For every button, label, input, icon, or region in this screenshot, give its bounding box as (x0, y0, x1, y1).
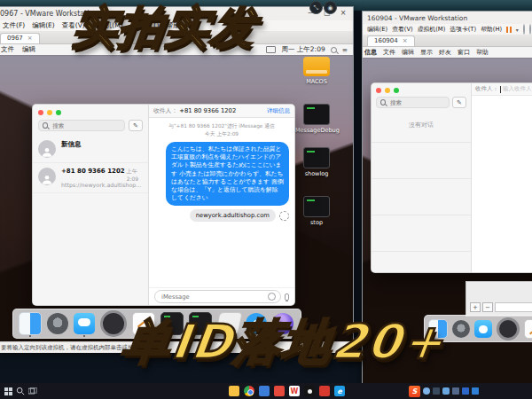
search-field[interactable] (376, 97, 450, 108)
menu-view[interactable]: 查看(V) (62, 21, 85, 30)
tray-chat-icon[interactable] (423, 387, 430, 395)
menu-edit[interactable]: 编辑(E) (32, 21, 55, 30)
notification-center-icon[interactable]: ≡ (342, 46, 348, 54)
zoom-traffic-icon[interactable] (56, 110, 61, 115)
tray-display-icon[interactable] (452, 387, 459, 395)
mac-menu-edit[interactable]: 编辑 (22, 45, 35, 54)
desktop-icon-stop[interactable]: stop (291, 196, 342, 226)
suspend-pause-icon[interactable] (506, 27, 512, 33)
menu-tabs[interactable]: 选项卡(T) (450, 25, 476, 34)
message-input[interactable] (160, 293, 264, 301)
add-button[interactable]: + (470, 302, 481, 312)
to-value[interactable]: +81 80 9366 1202 (179, 107, 236, 114)
message-input-field[interactable] (154, 290, 281, 303)
close-button[interactable]: × (336, 7, 350, 19)
mac-app-menu[interactable]: 信息 (364, 48, 377, 57)
vm-tab[interactable]: 0967 × (0, 33, 40, 43)
compose-button[interactable]: ✎ (129, 120, 143, 131)
desktop-icon-macos[interactable]: MACOS (291, 57, 342, 85)
tab-close-icon[interactable]: × (27, 35, 33, 42)
dock-terminal2-icon[interactable] (189, 312, 212, 335)
minimize-traffic-icon[interactable] (385, 88, 390, 93)
details-link[interactable]: 详细信息 (267, 107, 290, 115)
taskbar-apple-tool-icon[interactable] (304, 386, 315, 396)
menu-vm[interactable]: 虚拟机(M) (92, 21, 123, 30)
menu-help[interactable]: 帮助(H) (167, 21, 191, 30)
dock-eraser-icon[interactable] (215, 312, 243, 335)
tray-pen-icon[interactable] (433, 387, 440, 395)
menu-file[interactable]: 文件(F) (3, 21, 25, 30)
dock-preferences-icon[interactable] (100, 310, 127, 337)
revert-icon[interactable] (529, 24, 531, 35)
dock-textedit-icon[interactable] (524, 319, 532, 339)
dock-terminal-icon[interactable] (160, 312, 184, 335)
zoom-traffic-icon[interactable] (394, 88, 399, 93)
dock-launchpad-icon[interactable] (47, 313, 68, 334)
desktop-icon-showlog[interactable]: showlog (291, 147, 342, 177)
link-bubble[interactable]: newyork.adultishop.com (190, 209, 276, 222)
mac-menu-file[interactable]: 文件 (1, 45, 14, 54)
vmware-right-titlebar[interactable]: 160904 - VMware Workstation (363, 12, 532, 24)
start-button[interactable] (2, 385, 14, 397)
dock-textedit-icon[interactable] (132, 312, 155, 335)
dock-finder-icon[interactable] (428, 319, 448, 339)
taskbar-wps-icon[interactable]: W (289, 386, 300, 396)
taskbar-chrome-icon[interactable] (244, 386, 254, 396)
close-traffic-icon[interactable] (38, 110, 43, 115)
tray-v-icon[interactable] (462, 387, 469, 395)
dock-launchpad-icon[interactable] (452, 320, 470, 338)
search-input[interactable] (388, 98, 445, 107)
taskbar-red-app2-icon[interactable] (319, 386, 330, 396)
dock-app-orb-icon[interactable] (272, 313, 293, 334)
vm-tab[interactable]: 160904 × (367, 35, 415, 46)
taskbar-red-app-icon[interactable] (274, 386, 285, 396)
spotlight-search-icon[interactable] (331, 47, 337, 53)
mac-menu-window[interactable]: 窗口 (458, 48, 470, 57)
desktop-icon-imessagedebug[interactable]: iMessageDebug (291, 104, 342, 134)
mac-menu-file[interactable]: 文件 (383, 48, 395, 57)
menu-help[interactable]: 帮助(H) (481, 25, 502, 34)
snapshot-icon[interactable] (523, 24, 525, 35)
mac-menu-help[interactable]: 帮助 (476, 48, 489, 57)
taskbar-search-icon[interactable] (14, 385, 27, 397)
tab-close-icon[interactable]: × (403, 37, 408, 44)
dock-preferences-icon[interactable] (497, 317, 520, 340)
menu-vm[interactable]: 虚拟机(M) (418, 25, 446, 34)
tray-sogou-icon[interactable]: S (409, 386, 420, 397)
search-input[interactable] (51, 121, 121, 130)
taskbar-mail-icon[interactable] (259, 386, 270, 396)
suspend-caret-icon[interactable]: ▾ (516, 27, 519, 33)
tray-ime-grid-icon[interactable] (472, 387, 479, 395)
dock-messages-icon[interactable] (474, 320, 492, 338)
mac-menu-view[interactable]: 显示 (420, 48, 433, 57)
dock-finder-icon[interactable] (19, 312, 42, 335)
mac-menu-edit[interactable]: 编辑 (402, 48, 414, 57)
menu-tabs[interactable]: 选项卡(T) (130, 21, 160, 30)
menubar-clock[interactable]: 周一 上午2:09 (281, 45, 325, 54)
resize-handle-icon[interactable]: ⤡ (309, 1, 323, 14)
task-view-icon[interactable] (27, 385, 39, 397)
dock-messages-icon[interactable] (74, 313, 95, 334)
dock-right (424, 315, 532, 342)
remove-button[interactable]: − (482, 302, 493, 312)
to-placeholder[interactable]: 输入收件人 (503, 85, 532, 93)
menu-edit[interactable]: 编辑(E) (367, 25, 387, 34)
conversation-item-number[interactable]: +81 80 9366 1202 上午2:09 https://newyork.… (33, 163, 148, 193)
panel-field[interactable] (495, 302, 532, 312)
mac-menu-buddies[interactable]: 好友 (439, 48, 451, 57)
close-traffic-icon[interactable] (376, 88, 381, 93)
dock-safari-icon[interactable] (246, 313, 267, 334)
display-icon[interactable] (266, 46, 276, 53)
emoji-icon[interactable] (268, 293, 276, 301)
tray-mic-icon[interactable] (442, 387, 450, 395)
vmware-left-titlebar[interactable]: 0967 - VMware Workstation — ▢ × (0, 7, 353, 20)
taskbar-edge-icon[interactable]: e (334, 386, 345, 396)
search-field[interactable] (38, 120, 125, 131)
microphone-icon[interactable] (285, 293, 289, 301)
minimize-traffic-icon[interactable] (47, 110, 52, 115)
record-stop-icon[interactable]: ◉ (324, 1, 337, 14)
menu-view[interactable]: 查看(V) (392, 25, 413, 34)
compose-button[interactable]: ✎ (452, 97, 466, 108)
taskbar-folder-icon[interactable] (229, 386, 239, 396)
conversation-item-new[interactable]: 新信息 (33, 136, 148, 163)
